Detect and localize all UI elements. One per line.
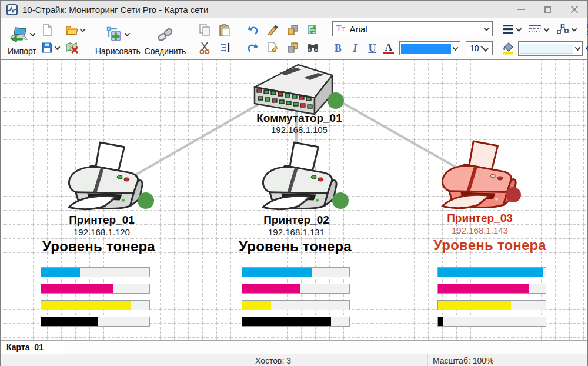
line-style-button[interactable] xyxy=(529,25,542,34)
redo-button[interactable] xyxy=(247,42,259,53)
import-button[interactable]: Импорт xyxy=(5,20,39,58)
window-title: 10-Страйк: Мониторинг Сети Pro - Карта с… xyxy=(22,5,208,15)
paste-icon xyxy=(219,24,230,36)
status-dot xyxy=(138,192,154,209)
chevron-down-icon[interactable] xyxy=(516,26,522,32)
device-ip: 192.168.1.143 xyxy=(452,225,508,235)
paste-button[interactable] xyxy=(219,24,230,36)
clear-format-button[interactable] xyxy=(267,42,279,54)
draw-label: Нарисовать xyxy=(95,46,141,56)
import-label: Импорт xyxy=(8,46,36,56)
connector-style-button[interactable] xyxy=(556,24,569,35)
toner-fill xyxy=(438,268,543,277)
device-name[interactable]: Коммутатор_01 xyxy=(256,112,342,125)
font-family-select[interactable]: Tт Arial xyxy=(332,21,493,36)
close-icon xyxy=(570,5,579,14)
reload-map-button[interactable] xyxy=(307,24,319,36)
toner-bar-cyan xyxy=(41,267,150,277)
open-map-button[interactable] xyxy=(65,24,85,36)
font-family-value: Arial xyxy=(350,24,485,34)
font-color-button[interactable]: A xyxy=(383,43,394,54)
printer-icon[interactable] xyxy=(435,139,523,214)
toner-bar-yellow xyxy=(41,300,150,310)
toner-fill xyxy=(438,301,511,310)
minimize-icon xyxy=(517,9,525,10)
bold-button[interactable]: B xyxy=(332,42,344,55)
page-brush-icon xyxy=(267,42,279,54)
fill-color-select[interactable] xyxy=(518,41,583,56)
maximize-button[interactable] xyxy=(534,1,561,18)
toner-bar-magenta xyxy=(41,284,150,294)
app-icon xyxy=(6,4,18,15)
hatch-pattern-icon xyxy=(586,42,588,54)
chevron-down-icon xyxy=(80,26,86,32)
title-bar: 10-Страйк: Мониторинг Сети Pro - Карта с… xyxy=(1,1,587,18)
hatch-pattern-button[interactable] xyxy=(586,42,588,54)
minimize-button[interactable] xyxy=(508,1,534,18)
toner-bar-cyan xyxy=(242,267,350,277)
toner-fill xyxy=(242,284,300,293)
toner-fill xyxy=(41,284,113,293)
toner-fill xyxy=(242,317,331,326)
map-tabs: Карта_01 xyxy=(1,340,587,354)
status-bar: Хостов: 3 Масштаб: 100% xyxy=(1,354,587,366)
font-color-select[interactable] xyxy=(399,41,460,55)
chevron-down-icon[interactable] xyxy=(571,26,577,32)
save-map-button[interactable] xyxy=(41,42,59,54)
switch-icon[interactable] xyxy=(252,61,335,115)
connector-style-icon xyxy=(556,24,569,35)
device-name[interactable]: Принтер_01 xyxy=(69,214,135,227)
printer-icon[interactable] xyxy=(255,140,343,215)
copy-button[interactable] xyxy=(199,24,211,36)
delete-map-button[interactable] xyxy=(65,42,85,54)
align-button[interactable] xyxy=(219,42,230,54)
map-canvas[interactable]: Коммутатор_01 192.168.1.105 Принтер_01 1… xyxy=(1,60,587,340)
toner-bar-black xyxy=(242,317,350,327)
brush-icon xyxy=(267,24,279,36)
send-backward-button[interactable] xyxy=(287,42,299,54)
new-map-button[interactable] xyxy=(41,24,59,36)
cut-button[interactable] xyxy=(199,41,211,54)
font-size-value: 10 xyxy=(470,44,479,53)
underline-button[interactable]: U xyxy=(366,42,378,55)
statusbar-zoom: Масштаб: 100% xyxy=(427,354,587,366)
toolbar: Импорт xyxy=(1,18,587,60)
italic-button[interactable]: I xyxy=(349,42,361,55)
bring-forward-button[interactable] xyxy=(287,24,299,36)
font-icon: Tт xyxy=(336,24,345,34)
toner-title: Уровень тонера xyxy=(42,238,155,255)
toner-bar-yellow xyxy=(242,300,350,310)
undo-button[interactable] xyxy=(247,25,259,35)
maximize-icon xyxy=(544,6,551,13)
toner-fill xyxy=(242,301,271,310)
scissors-icon xyxy=(199,41,211,54)
toner-title: Уровень тонера xyxy=(239,238,352,255)
close-button[interactable] xyxy=(561,1,587,18)
align-icon xyxy=(219,42,230,54)
reload-map-icon xyxy=(307,24,319,36)
device-name[interactable]: Принтер_02 xyxy=(263,214,329,227)
format-painter-button[interactable] xyxy=(267,24,279,36)
status-dot xyxy=(332,192,349,209)
line-width-button[interactable] xyxy=(502,25,514,34)
new-document-icon xyxy=(41,24,53,36)
font-size-select[interactable]: 10 xyxy=(466,41,493,55)
draw-button[interactable]: Нарисовать xyxy=(93,20,143,58)
toner-fill xyxy=(41,268,80,277)
search-button[interactable] xyxy=(306,42,319,54)
color-swatch xyxy=(401,44,451,54)
toner-fill xyxy=(438,284,529,293)
fill-color-button[interactable] xyxy=(502,42,515,55)
toner-fill xyxy=(41,317,98,326)
binoculars-icon xyxy=(306,42,319,54)
connect-button[interactable]: Соединить xyxy=(143,20,188,58)
paint-bucket-icon xyxy=(502,42,515,55)
chevron-down-icon[interactable] xyxy=(543,26,549,32)
save-icon xyxy=(41,42,53,54)
tab-karta-01[interactable]: Карта_01 xyxy=(1,341,65,354)
device-name[interactable]: Принтер_03 xyxy=(447,212,513,225)
chain-link-icon xyxy=(156,27,174,42)
printer-icon[interactable] xyxy=(61,140,149,215)
statusbar-hosts: Хостов: 3 xyxy=(250,354,427,366)
app-window: 10-Страйк: Мониторинг Сети Pro - Карта с… xyxy=(0,0,588,366)
